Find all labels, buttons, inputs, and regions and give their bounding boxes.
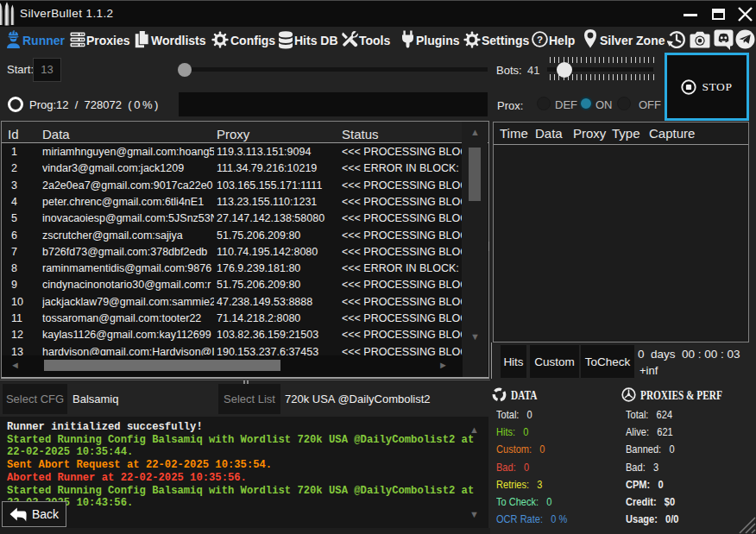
svg-text:?: ? <box>537 35 543 45</box>
